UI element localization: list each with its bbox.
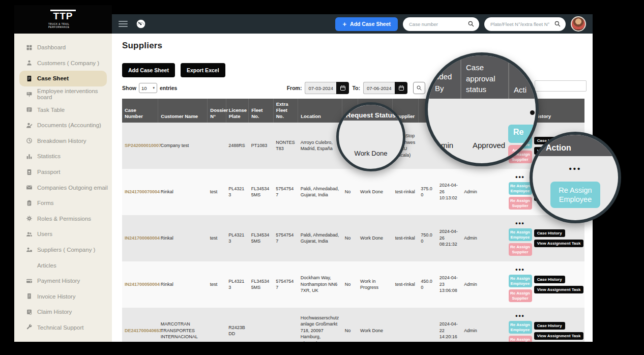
view-assignment-task-button[interactable]: View Assignment Task (534, 286, 584, 293)
sidebar-item-label: Dashboard (37, 44, 66, 50)
sidebar-item-invoice-history[interactable]: Invoice History (14, 289, 112, 305)
breakdown-history-icon (25, 137, 33, 144)
sidebar-item-passport[interactable]: Passport (14, 164, 112, 180)
to-calendar-button[interactable] (395, 82, 407, 94)
cell-casenumber: DE241700040653 (122, 308, 158, 342)
case-history-button[interactable]: Case History (534, 229, 565, 237)
cell-dossier (208, 308, 226, 342)
hamburger-menu-icon[interactable] (119, 21, 128, 27)
avatar[interactable] (571, 16, 586, 32)
sidebar-item-articles[interactable]: Articles (14, 257, 112, 273)
action-menu-dots[interactable]: ••• (515, 313, 525, 319)
sidebar-item-users[interactable]: Users (14, 226, 112, 242)
sidebar-item-dashboard[interactable]: Dashboard (14, 40, 112, 55)
search-icon[interactable] (467, 20, 475, 27)
cell-approval (485, 261, 509, 308)
cell-date: 2024-04-22 14:20:16 (437, 308, 462, 342)
add-case-sheet-button[interactable]: +Add Case Sheet (335, 17, 398, 31)
sidebar-item-technical-support[interactable]: Technical Support (14, 320, 112, 336)
sidebar-item-documents-accounting[interactable]: Documents (Accounting) (14, 117, 112, 133)
column-header-fleet-no[interactable]: Fleet No. (249, 99, 274, 123)
sidebar-item-label: Employee interventions board (37, 88, 112, 100)
search-icon[interactable] (554, 20, 561, 27)
sidebar-menu: DashboardCustomers ( Company )Case Sheet… (14, 34, 112, 335)
sidebar-item-label: Statistics (37, 153, 61, 159)
sidebar-item-companies-outgoing-email[interactable]: Companies Outgoing email (14, 180, 112, 195)
case-number-link[interactable]: IN241700060004 (125, 235, 160, 241)
case-number-search-input[interactable] (409, 21, 465, 27)
sidebar-item-label: Technical Support (37, 324, 83, 331)
view-assignment-task-button[interactable]: View Assignment Task (534, 240, 584, 247)
export-excel-button[interactable]: Export Excel (181, 63, 225, 77)
table-search-input[interactable] (535, 80, 587, 92)
cell-price: 375.00 (418, 169, 436, 215)
interventions-board-icon (25, 91, 33, 98)
cell-customername: MARCOTRAN TRANSPORTES INTERNACIONAL (158, 308, 208, 342)
add-case-sheet-secondary-button[interactable]: Add Case Sheet (122, 63, 175, 77)
case-history-button[interactable]: Case History (534, 322, 565, 330)
magnified-concluded-by-value: min (441, 141, 453, 150)
column-header-history[interactable]: History (532, 99, 584, 123)
cell-date: 2024-04-26 10:13:02 (437, 169, 462, 215)
cell-extrafleetno: NONTEST83 (273, 123, 298, 169)
sidebar-item-label: Roles & Permissions (37, 216, 91, 222)
sidebar-item-label: Case Sheet (37, 75, 69, 81)
action-menu-dots[interactable]: ••• (515, 220, 525, 226)
suppliers-icon (25, 246, 33, 253)
action-menu-dots[interactable]: ••• (515, 267, 525, 273)
column-header-location[interactable]: Location (298, 99, 342, 123)
sidebar-item-claim-history[interactable]: Claim History (14, 304, 112, 320)
cell-customername: Rinkal (158, 261, 208, 308)
sidebar-item-suppliers-company[interactable]: Suppliers ( Company ) (14, 242, 112, 258)
sidebar-item-roles-permissions[interactable]: Roles & Permissions (14, 211, 112, 227)
case-number-link[interactable]: IN241700050004 (125, 282, 160, 287)
case-number-link[interactable]: IN241700070004 (125, 189, 160, 194)
date-search-button[interactable] (413, 82, 425, 94)
from-date-input[interactable] (305, 82, 336, 94)
reassign-supplier-button[interactable]: Re Assign Supplier (509, 336, 532, 342)
sidebar-item-statistics[interactable]: Statistics (14, 149, 112, 164)
column-header-customer-name[interactable]: Customer Name (158, 99, 208, 123)
page-title: Suppliers (122, 41, 593, 52)
view-assignment-task-button[interactable]: View Assignment Task (534, 332, 584, 340)
logo-text: TTP (50, 10, 76, 22)
to-date-input[interactable] (363, 82, 395, 94)
cell-location: Dockham Way, Northampton NN6 7XR, UK (298, 261, 342, 308)
sidebar-item-label: Breakdown History (37, 138, 86, 144)
column-header-case-number[interactable]: Case Number (122, 99, 158, 123)
sidebar-item-breakdown-history[interactable]: Breakdown History (14, 133, 112, 149)
topbar: +Add Case Sheet (112, 14, 593, 34)
task-table-icon (25, 106, 33, 113)
sidebar-item-case-sheet[interactable]: Case Sheet (19, 71, 107, 86)
column-header-license-plate[interactable]: License Plate (226, 99, 248, 123)
case-number-link[interactable]: DE241700040653 (125, 328, 162, 333)
cell-action: •••Re Assign EmployeeRe Assign Supplier (509, 215, 531, 261)
magnifier-action: Action ••• Re Assign Employee (530, 132, 621, 223)
column-header-dossier-n[interactable]: Dossier N° (208, 99, 226, 123)
case-number-link[interactable]: SP242000010007 (125, 143, 161, 148)
entries-select[interactable]: 10▾ (139, 83, 157, 93)
case-history-button[interactable]: Case History (534, 276, 565, 283)
magnifier-approval: uded By Case approval status Acti min Ap… (425, 52, 539, 166)
cell-extrafleetno: 57547547 (273, 169, 298, 215)
action-menu-dots[interactable]: ••• (515, 174, 525, 180)
logo[interactable]: TTP TRUCK & TRAIL PERFORMANCE (14, 5, 112, 34)
plate-search-input[interactable] (490, 21, 552, 27)
sidebar-item-employee-interventions-board[interactable]: Employee interventions board (14, 86, 112, 102)
case-sheet-icon (25, 75, 33, 82)
reassign-employee-button[interactable]: Re Assign Employee (509, 182, 532, 195)
column-header-extra-fleet-no[interactable]: Extra Fleet No. (273, 99, 298, 123)
sidebar-item-payment-history[interactable]: Payment History (14, 273, 112, 289)
reassign-employee-button[interactable]: Re Assign Employee (509, 321, 532, 334)
sidebar-item-forms[interactable]: Forms (14, 195, 112, 211)
cell-price: 450.00 (418, 261, 436, 308)
reassign-supplier-button[interactable]: Re Assign Supplier (509, 197, 532, 210)
from-calendar-button[interactable] (336, 82, 349, 94)
sidebar-item-task-table[interactable]: Task Table (14, 102, 112, 117)
reassign-employee-button[interactable]: Re Assign Employee (509, 228, 532, 241)
sidebar-item-customers-company[interactable]: Customers ( Company ) (14, 55, 112, 71)
outgoing-email-icon (25, 184, 33, 191)
reassign-supplier-button[interactable]: Re Assign Supplier (509, 243, 532, 256)
reassign-supplier-button[interactable]: Re Assign Supplier (509, 289, 532, 302)
reassign-employee-button[interactable]: Re Assign Employee (509, 275, 532, 287)
